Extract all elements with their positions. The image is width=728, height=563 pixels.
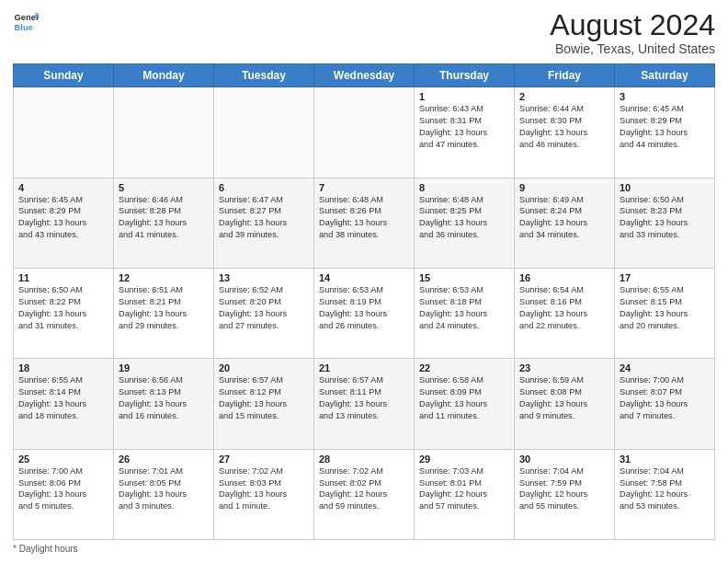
calendar-cell: 9Sunrise: 6:49 AM Sunset: 8:24 PM Daylig… bbox=[515, 178, 615, 268]
day-info: Sunrise: 6:46 AM Sunset: 8:28 PM Dayligh… bbox=[119, 194, 209, 242]
day-info: Sunrise: 6:49 AM Sunset: 8:24 PM Dayligh… bbox=[519, 194, 609, 242]
day-info: Sunrise: 6:45 AM Sunset: 8:29 PM Dayligh… bbox=[18, 194, 108, 242]
calendar-cell bbox=[214, 87, 314, 178]
day-info: Sunrise: 7:00 AM Sunset: 8:07 PM Dayligh… bbox=[620, 374, 710, 422]
calendar-table: SundayMondayTuesdayWednesdayThursdayFrid… bbox=[13, 63, 715, 540]
day-info: Sunrise: 6:53 AM Sunset: 8:18 PM Dayligh… bbox=[419, 284, 509, 332]
day-number: 18 bbox=[18, 362, 108, 373]
calendar-cell: 17Sunrise: 6:55 AM Sunset: 8:15 PM Dayli… bbox=[615, 268, 715, 358]
day-number: 6 bbox=[219, 182, 309, 193]
day-number: 29 bbox=[419, 454, 509, 465]
svg-text:General: General bbox=[15, 13, 39, 22]
day-info: Sunrise: 6:54 AM Sunset: 8:16 PM Dayligh… bbox=[519, 284, 609, 332]
calendar-cell: 21Sunrise: 6:57 AM Sunset: 8:11 PM Dayli… bbox=[314, 359, 415, 449]
title-block: August 2024 Bowie, Texas, United States bbox=[550, 9, 715, 56]
day-info: Sunrise: 6:52 AM Sunset: 8:20 PM Dayligh… bbox=[219, 284, 309, 332]
calendar-week-5: 25Sunrise: 7:00 AM Sunset: 8:06 PM Dayli… bbox=[14, 449, 715, 539]
footer-note: * Daylight hours bbox=[13, 544, 715, 554]
day-info: Sunrise: 6:45 AM Sunset: 8:29 PM Dayligh… bbox=[620, 103, 710, 151]
day-number: 26 bbox=[119, 454, 209, 465]
calendar-cell: 26Sunrise: 7:01 AM Sunset: 8:05 PM Dayli… bbox=[114, 449, 214, 539]
day-header-tuesday: Tuesday bbox=[214, 64, 314, 87]
day-info: Sunrise: 7:02 AM Sunset: 8:02 PM Dayligh… bbox=[319, 465, 409, 513]
day-info: Sunrise: 6:58 AM Sunset: 8:09 PM Dayligh… bbox=[419, 374, 509, 422]
day-info: Sunrise: 6:47 AM Sunset: 8:27 PM Dayligh… bbox=[219, 194, 309, 242]
calendar-cell: 15Sunrise: 6:53 AM Sunset: 8:18 PM Dayli… bbox=[415, 268, 515, 358]
calendar-cell: 10Sunrise: 6:50 AM Sunset: 8:23 PM Dayli… bbox=[615, 178, 715, 268]
calendar-cell: 18Sunrise: 6:55 AM Sunset: 8:14 PM Dayli… bbox=[14, 359, 114, 449]
day-header-saturday: Saturday bbox=[615, 64, 715, 87]
calendar-cell: 5Sunrise: 6:46 AM Sunset: 8:28 PM Daylig… bbox=[114, 178, 214, 268]
day-header-sunday: Sunday bbox=[14, 64, 114, 87]
calendar-cell: 6Sunrise: 6:47 AM Sunset: 8:27 PM Daylig… bbox=[214, 178, 314, 268]
calendar-cell: 22Sunrise: 6:58 AM Sunset: 8:09 PM Dayli… bbox=[415, 359, 515, 449]
calendar-cell bbox=[14, 87, 114, 178]
day-number: 24 bbox=[620, 362, 710, 373]
day-number: 28 bbox=[319, 454, 409, 465]
day-header-thursday: Thursday bbox=[415, 64, 515, 87]
calendar-cell bbox=[314, 87, 415, 178]
calendar-cell: 2Sunrise: 6:44 AM Sunset: 8:30 PM Daylig… bbox=[515, 87, 615, 178]
day-number: 9 bbox=[519, 182, 609, 193]
day-number: 27 bbox=[219, 454, 309, 465]
day-number: 23 bbox=[519, 362, 609, 373]
day-number: 31 bbox=[620, 454, 710, 465]
calendar-cell: 4Sunrise: 6:45 AM Sunset: 8:29 PM Daylig… bbox=[14, 178, 114, 268]
calendar-cell: 11Sunrise: 6:50 AM Sunset: 8:22 PM Dayli… bbox=[14, 268, 114, 358]
calendar-cell: 13Sunrise: 6:52 AM Sunset: 8:20 PM Dayli… bbox=[214, 268, 314, 358]
day-info: Sunrise: 6:51 AM Sunset: 8:21 PM Dayligh… bbox=[119, 284, 209, 332]
calendar-cell: 19Sunrise: 6:56 AM Sunset: 8:13 PM Dayli… bbox=[114, 359, 214, 449]
day-number: 17 bbox=[620, 272, 710, 283]
day-number: 10 bbox=[620, 182, 710, 193]
day-info: Sunrise: 7:02 AM Sunset: 8:03 PM Dayligh… bbox=[219, 465, 309, 513]
day-number: 8 bbox=[419, 182, 509, 193]
calendar-cell bbox=[114, 87, 214, 178]
svg-text:Blue: Blue bbox=[15, 23, 33, 32]
day-info: Sunrise: 6:53 AM Sunset: 8:19 PM Dayligh… bbox=[319, 284, 409, 332]
day-info: Sunrise: 6:59 AM Sunset: 8:08 PM Dayligh… bbox=[519, 374, 609, 422]
day-info: Sunrise: 6:44 AM Sunset: 8:30 PM Dayligh… bbox=[519, 103, 609, 151]
logo-icon: General Blue bbox=[13, 9, 39, 35]
header: General Blue August 2024 Bowie, Texas, U… bbox=[13, 9, 715, 56]
day-number: 20 bbox=[219, 362, 309, 373]
calendar-cell: 28Sunrise: 7:02 AM Sunset: 8:02 PM Dayli… bbox=[314, 449, 415, 539]
calendar-cell: 7Sunrise: 6:48 AM Sunset: 8:26 PM Daylig… bbox=[314, 178, 415, 268]
day-header-wednesday: Wednesday bbox=[314, 64, 415, 87]
calendar-cell: 24Sunrise: 7:00 AM Sunset: 8:07 PM Dayli… bbox=[615, 359, 715, 449]
calendar-cell: 12Sunrise: 6:51 AM Sunset: 8:21 PM Dayli… bbox=[114, 268, 214, 358]
day-info: Sunrise: 6:43 AM Sunset: 8:31 PM Dayligh… bbox=[419, 103, 509, 151]
day-info: Sunrise: 6:55 AM Sunset: 8:14 PM Dayligh… bbox=[18, 374, 108, 422]
calendar-week-2: 4Sunrise: 6:45 AM Sunset: 8:29 PM Daylig… bbox=[14, 178, 715, 268]
calendar-cell: 16Sunrise: 6:54 AM Sunset: 8:16 PM Dayli… bbox=[515, 268, 615, 358]
day-header-friday: Friday bbox=[515, 64, 615, 87]
calendar-cell: 20Sunrise: 6:57 AM Sunset: 8:12 PM Dayli… bbox=[214, 359, 314, 449]
calendar-cell: 31Sunrise: 7:04 AM Sunset: 7:58 PM Dayli… bbox=[615, 449, 715, 539]
day-number: 11 bbox=[18, 272, 108, 283]
day-number: 30 bbox=[519, 454, 609, 465]
day-number: 14 bbox=[319, 272, 409, 283]
day-info: Sunrise: 6:50 AM Sunset: 8:22 PM Dayligh… bbox=[18, 284, 108, 332]
day-info: Sunrise: 6:48 AM Sunset: 8:26 PM Dayligh… bbox=[319, 194, 409, 242]
day-info: Sunrise: 7:01 AM Sunset: 8:05 PM Dayligh… bbox=[119, 465, 209, 513]
day-number: 7 bbox=[319, 182, 409, 193]
day-info: Sunrise: 7:00 AM Sunset: 8:06 PM Dayligh… bbox=[18, 465, 108, 513]
day-number: 16 bbox=[519, 272, 609, 283]
logo: General Blue bbox=[13, 9, 39, 35]
day-info: Sunrise: 7:03 AM Sunset: 8:01 PM Dayligh… bbox=[419, 465, 509, 513]
location-subtitle: Bowie, Texas, United States bbox=[550, 41, 715, 56]
day-number: 19 bbox=[119, 362, 209, 373]
calendar-week-4: 18Sunrise: 6:55 AM Sunset: 8:14 PM Dayli… bbox=[14, 359, 715, 449]
day-number: 21 bbox=[319, 362, 409, 373]
calendar-cell: 23Sunrise: 6:59 AM Sunset: 8:08 PM Dayli… bbox=[515, 359, 615, 449]
day-number: 25 bbox=[18, 454, 108, 465]
calendar-cell: 30Sunrise: 7:04 AM Sunset: 7:59 PM Dayli… bbox=[515, 449, 615, 539]
day-info: Sunrise: 7:04 AM Sunset: 7:59 PM Dayligh… bbox=[519, 465, 609, 513]
day-number: 5 bbox=[119, 182, 209, 193]
day-number: 1 bbox=[419, 91, 509, 102]
calendar-week-3: 11Sunrise: 6:50 AM Sunset: 8:22 PM Dayli… bbox=[14, 268, 715, 358]
day-info: Sunrise: 6:57 AM Sunset: 8:12 PM Dayligh… bbox=[219, 374, 309, 422]
calendar-cell: 29Sunrise: 7:03 AM Sunset: 8:01 PM Dayli… bbox=[415, 449, 515, 539]
calendar-cell: 25Sunrise: 7:00 AM Sunset: 8:06 PM Dayli… bbox=[14, 449, 114, 539]
day-number: 12 bbox=[119, 272, 209, 283]
calendar-cell: 1Sunrise: 6:43 AM Sunset: 8:31 PM Daylig… bbox=[415, 87, 515, 178]
